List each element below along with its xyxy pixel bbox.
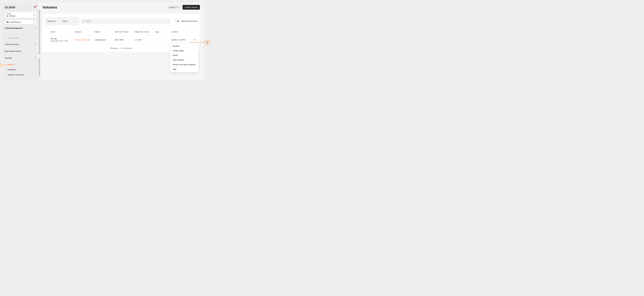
without-attachments-toggle[interactable]: [175, 20, 180, 23]
page-title: Volumes: [42, 5, 57, 10]
toggle-label: Without attachments: [181, 20, 198, 22]
menu-tags[interactable]: Tags: [170, 67, 198, 72]
cell-created: 3/28/24, 2:18 PM: [172, 39, 190, 41]
chevron-updown-icon: [33, 14, 35, 16]
chevron-right-icon: [35, 27, 36, 29]
cell-iops: 300 / 3000: [115, 39, 134, 41]
notifications-icon[interactable]: [34, 6, 36, 9]
search-input-wrapper: [81, 19, 171, 24]
search-by-value: Name: [60, 19, 70, 24]
sidebar-item-bare-metal[interactable]: Bare Metal Servers: [5, 48, 36, 54]
divider: [5, 34, 36, 34]
project-selector[interactable]: Project ID Default: [5, 12, 36, 18]
sidebar-item-cloud-management[interactable]: Cloud Management: [5, 25, 36, 31]
actions-dropdown[interactable]: Actions: [167, 5, 181, 10]
sidebar-item-volumes[interactable]: Volumes: [8, 62, 36, 67]
scrollbar[interactable]: [39, 10, 40, 77]
search-input[interactable]: [86, 20, 169, 22]
col-iops: IOPS limit / burst: [115, 31, 134, 33]
menu-take-snapshot[interactable]: Take snapshot: [170, 58, 198, 62]
main: Volumes Actions Create Volume Search By …: [39, 3, 204, 80]
cell-tags: —: [155, 39, 170, 41]
menu-revert[interactable]: Revert to the latest snapshot: [170, 62, 198, 67]
sidebar-item-virtual-instances[interactable]: Virtual Instances: [5, 41, 36, 47]
region-value: Luxembourg-2: [10, 21, 21, 23]
chevron-down-icon: [176, 7, 178, 8]
category-search[interactable]: Type category: [5, 36, 36, 40]
project-value: Default: [10, 15, 15, 17]
sidebar: CLOUD Project ID Default Luxem: [2, 3, 39, 80]
region-selector[interactable]: Luxembourg-2: [5, 20, 36, 24]
col-mbps: MBps limit / burst: [135, 31, 154, 33]
flag-icon: [6, 21, 9, 23]
col-instance: Instance: [74, 31, 94, 33]
sidebar-item-label: Virtual Instances: [5, 43, 19, 45]
row-actions-button[interactable]: •••: [192, 39, 198, 41]
menu-create-image[interactable]: Create Image: [170, 48, 198, 53]
category-search-placeholder: Type category: [8, 37, 19, 39]
sidebar-item-snapshot-schedules[interactable]: Snapshot Schedules: [8, 72, 36, 77]
col-region: Region: [95, 31, 114, 33]
project-label: Project: [6, 13, 15, 15]
svg-point-1: [83, 20, 84, 22]
callout-number: 1: [0, 63, 1, 67]
collapse-sidebar-button[interactable]: [38, 55, 40, 58]
col-created: Created: [172, 31, 190, 33]
volumes-panel: Search By Name Without attachments: [42, 14, 200, 52]
cell-region: Luxembourg-2: [95, 39, 114, 41]
sidebar-item-snapshots[interactable]: Snapshots: [8, 67, 36, 72]
row-context-menu: Rename Create Image Resize Take snapshot…: [170, 43, 198, 73]
volume-subtitle: High IOPS SSD / 5 GiB: [50, 40, 74, 42]
table-row: Test ID High IOPS SSD / 5 GiB 10-111-101…: [42, 35, 200, 45]
chevron-updown-icon: [33, 21, 35, 23]
chevron-right-icon: [35, 43, 36, 45]
search-icon: [83, 20, 85, 22]
menu-rename[interactable]: Rename: [170, 44, 198, 48]
sidebar-item-label: Cloud Management: [5, 27, 23, 29]
col-name: Name: [50, 31, 74, 33]
id-badge: ID: [54, 38, 57, 40]
svg-point-0: [5, 37, 6, 39]
search-by-label: Search By: [45, 19, 58, 24]
instance-link[interactable]: 10-111-101-10-101: [74, 39, 94, 41]
callout-number: 2: [205, 40, 210, 45]
chevron-down-icon: [74, 20, 75, 22]
notification-dot: [36, 6, 37, 7]
sidebar-item-label: Storage: [5, 57, 12, 59]
id-badge: ID: [6, 15, 9, 17]
create-volume-button[interactable]: Create Volume: [182, 5, 200, 10]
brand: CLOUD: [5, 6, 15, 9]
sidebar-item-label: Bare Metal Servers: [5, 50, 22, 52]
search-by-dropdown[interactable]: Search By Name: [45, 17, 80, 25]
col-tags: Tags: [155, 31, 170, 33]
volumes-table: Name Instance Region IOPS limit / burst …: [42, 28, 200, 52]
cell-mbps: 12 / 120: [135, 39, 154, 41]
chevron-down-icon: [35, 57, 36, 59]
volume-name: Test: [50, 38, 54, 40]
sidebar-item-storage[interactable]: Storage: [5, 55, 36, 61]
actions-label: Actions: [169, 6, 176, 8]
menu-resize[interactable]: Resize: [170, 53, 198, 58]
